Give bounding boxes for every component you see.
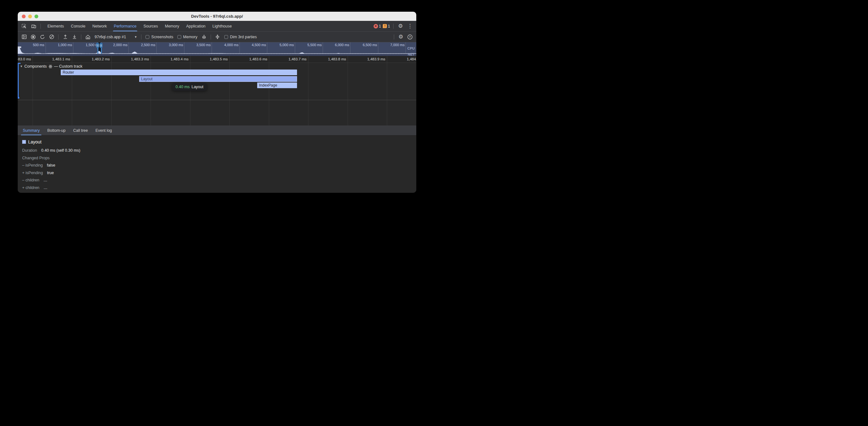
zoom-window-button[interactable] [34,14,38,18]
capture-settings-gear-icon[interactable]: ⚙ [397,33,405,41]
cpu-band-label: CPU [407,46,415,50]
minimize-window-button[interactable] [28,14,32,18]
separator [141,34,142,39]
upload-profile-icon[interactable] [61,33,69,41]
flame-gridline [33,63,33,126]
timeline-overview[interactable]: 500 ms 1,000 ms 1,500 ms 2,000 ms 2,500 … [18,42,416,56]
tab-elements[interactable]: Elements [44,21,67,31]
detail-time-ruler: 1,483.0 ms 1,483.1 ms 1,483.2 ms 1,483.3… [18,56,416,63]
issues-badge[interactable]: ! 1 [383,24,390,28]
separator [393,24,394,29]
home-live-metrics-icon[interactable] [84,33,92,41]
performance-toolbar: 97r6ql.csb.app #1 ▼ Screenshots Memory [18,32,416,42]
tabbar-right-icons: ✕ 1 ! 1 ⚙ ⋮ [374,21,416,31]
separator [394,34,394,39]
selection-left-handle[interactable] [96,43,99,48]
tab-call-tree[interactable]: Call tree [69,126,92,135]
clear-icon[interactable] [48,33,55,41]
memory-label: Memory [183,35,197,39]
error-icon: ✕ [374,24,378,28]
components-track-header[interactable]: ▼ Components — Custom track [20,64,82,69]
window-titlebar[interactable]: DevTools - 97r6ql.csb.app/ [18,12,416,21]
summary-row-ispending-old: – isPending false [22,163,416,167]
tabbar-left-icons [18,21,44,31]
react-atom-icon [49,64,53,69]
devtools-window: DevTools - 97r6ql.csb.app/ [18,12,416,193]
error-count: 1 [379,24,381,28]
flame-gridline [348,63,348,126]
tab-sources[interactable]: Sources [140,21,161,31]
tab-console[interactable]: Console [67,21,89,31]
panel-tabs: Elements Console Network Performance Sou… [44,21,235,31]
tab-bottom-up[interactable]: Bottom-up [43,126,69,135]
tab-summary[interactable]: Summary [19,126,43,135]
summary-title: Layout [28,139,41,144]
track-suffix: — Custom track [54,64,83,69]
help-icon[interactable]: ? [406,33,414,41]
dim-3rd-parties-checkbox[interactable] [224,35,228,39]
flame-bar-layout[interactable]: Layout [139,76,297,82]
flame-bar-router[interactable]: Router [61,69,297,75]
summary-row-children-old: – children … [22,178,416,182]
ruler-label: 1,484.0 ms [377,57,416,61]
record-icon[interactable] [29,33,37,41]
separator [211,34,211,39]
tooltip-label: Layout [191,85,204,89]
devtools-tabbar: Elements Console Network Performance Sou… [18,21,416,32]
screenshots-label: Screenshots [151,35,173,39]
tab-lighthouse[interactable]: Lighthouse [209,21,235,31]
collapse-tracks-icon[interactable] [214,33,221,41]
separator [81,34,81,39]
memory-checkbox-group[interactable]: Memory [176,35,199,39]
summary-row-duration: Duration 0.40 ms (self 0.30 ms) [22,148,416,153]
issue-icon: ! [383,24,387,28]
summary-row-changed-props: Changed Props [22,156,416,160]
flame-chart[interactable]: ▼ Components — Custom track Router Layou… [18,63,416,126]
target-selector[interactable]: 97r6ql.csb.app #1 ▼ [93,35,138,39]
summary-row-children-new: + children … [22,186,416,190]
desktop-background: DevTools - 97r6ql.csb.app/ [0,0,434,213]
target-label: 97r6ql.csb.app #1 [95,35,126,39]
event-color-swatch [22,140,26,144]
flame-gridline [387,63,387,126]
track-name: Components [24,64,47,69]
traffic-lights [22,12,38,21]
tab-performance[interactable]: Performance [111,21,140,31]
track-selection-bracket-top [18,63,21,64]
record-and-reload-icon[interactable] [39,33,46,41]
tab-network[interactable]: Network [89,21,111,31]
screenshots-checkbox-group[interactable]: Screenshots [144,35,174,39]
dim-3rd-parties-checkbox-group[interactable]: Dim 3rd parties [223,35,258,39]
settings-gear-icon[interactable]: ⚙ [397,23,404,30]
toggle-sidebar-icon[interactable] [20,33,28,41]
close-window-button[interactable] [22,14,26,18]
download-profile-icon[interactable] [70,33,78,41]
issue-count: 1 [388,24,390,28]
network-band [18,54,416,56]
tab-application[interactable]: Application [183,21,209,31]
dim-3rd-parties-label: Dim 3rd parties [230,35,257,39]
net-band-label: NET [408,53,415,56]
device-toolbar-icon[interactable] [30,23,37,30]
track-selection-bracket-bottom [18,97,19,99]
screenshots-checkbox[interactable] [146,35,149,39]
flame-bar-indexpage[interactable]: IndexPage [257,83,297,88]
inspect-element-icon[interactable] [20,23,28,30]
selection-right-handle[interactable] [100,43,102,48]
memory-checkbox[interactable] [178,35,181,39]
chevron-down-icon: ▼ [134,35,137,38]
details-tabbar: Summary Bottom-up Call tree Event log [18,126,416,136]
track-selection-bracket [18,63,19,98]
expander-triangle-icon[interactable]: ▼ [20,65,23,68]
flame-tooltip: 0.40 ms Layout [172,83,207,91]
separator [40,24,41,29]
tooltip-duration: 0.40 ms [176,85,189,89]
tab-memory[interactable]: Memory [161,21,183,31]
summary-pane: Layout Duration 0.40 ms (self 0.30 ms) C… [18,136,416,193]
error-badge[interactable]: ✕ 1 [374,24,381,28]
summary-title-row: Layout [22,139,416,144]
collect-garbage-icon[interactable] [200,33,208,41]
window-title: DevTools - 97r6ql.csb.app/ [191,14,243,19]
kebab-menu-icon[interactable]: ⋮ [406,23,414,30]
tab-event-log[interactable]: Event log [92,126,116,135]
